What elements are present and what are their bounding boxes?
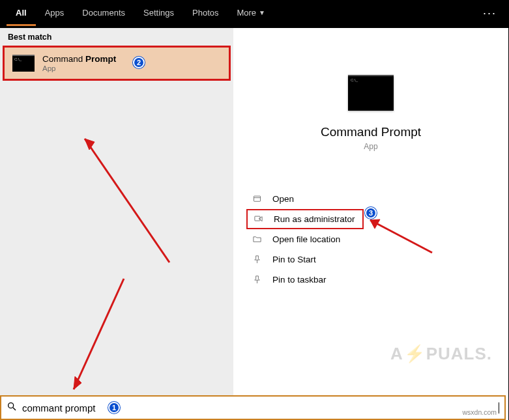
preview-subtitle: App [364, 142, 377, 151]
tab-all[interactable]: All [7, 0, 36, 26]
pin-start-icon [252, 255, 262, 264]
preview-command-prompt-icon: C:\_ [348, 75, 394, 111]
step-badge-3: 3 [365, 207, 377, 219]
action-open-loc-label: Open file location [272, 234, 340, 244]
svg-line-2 [74, 279, 124, 389]
svg-point-8 [8, 403, 14, 408]
preview-panel: C:\_ Command Prompt App Open Run as admi… [233, 28, 508, 395]
chevron-down-icon: ▼ [259, 9, 265, 16]
svg-line-0 [85, 139, 169, 262]
step-badge-1: 1 [108, 402, 120, 413]
tab-more-label: More [237, 8, 256, 18]
folder-icon [252, 234, 262, 244]
action-open-label: Open [272, 194, 294, 204]
watermark-logo: A⚡PUALS. [390, 344, 492, 364]
search-icon [7, 401, 18, 414]
tab-settings[interactable]: Settings [134, 0, 183, 24]
tab-more[interactable]: More▼ [227, 0, 274, 24]
step-badge-2: 2 [133, 57, 145, 68]
run-admin-icon [253, 214, 263, 224]
action-pin-start-label: Pin to Start [272, 255, 316, 264]
action-run-admin-label: Run as administrator [274, 214, 355, 224]
preview-title: Command Prompt [321, 125, 421, 139]
results-panel: Best match C:\_ Command Prompt App 2 [0, 28, 233, 395]
action-list: Open Run as administrator 3 Open file lo… [233, 151, 508, 290]
action-open-file-location[interactable]: Open file location [246, 229, 508, 249]
bolt-icon: ⚡ [404, 344, 426, 363]
pin-taskbar-icon [252, 275, 262, 285]
action-run-as-administrator[interactable]: Run as administrator 3 [246, 209, 364, 229]
action-pin-taskbar-label: Pin to taskbar [272, 275, 327, 285]
open-icon [252, 194, 262, 204]
tab-documents[interactable]: Documents [73, 0, 134, 24]
svg-line-9 [13, 408, 16, 410]
source-watermark: wsxdn.com [462, 408, 497, 416]
action-pin-to-start[interactable]: Pin to Start [246, 249, 508, 270]
command-prompt-icon: C:\_ [12, 55, 35, 72]
tab-photos[interactable]: Photos [183, 0, 227, 24]
search-input[interactable] [18, 400, 499, 416]
more-options-icon[interactable]: ··· [483, 7, 497, 20]
svg-marker-1 [85, 139, 95, 150]
search-bar[interactable]: 1 [0, 395, 506, 420]
svg-marker-3 [74, 376, 81, 389]
svg-rect-4 [254, 196, 260, 201]
result-title: Command Prompt [42, 54, 116, 64]
result-command-prompt[interactable]: C:\_ Command Prompt App 2 [3, 46, 231, 81]
tab-apps[interactable]: Apps [36, 0, 74, 24]
action-pin-to-taskbar[interactable]: Pin to taskbar [246, 270, 508, 290]
result-subtitle: App [42, 64, 116, 72]
section-best-match: Best match [0, 28, 233, 46]
text-caret [499, 402, 499, 413]
action-open[interactable]: Open [246, 189, 508, 209]
search-filter-tabs: All Apps Documents Settings Photos More▼… [0, 0, 508, 28]
